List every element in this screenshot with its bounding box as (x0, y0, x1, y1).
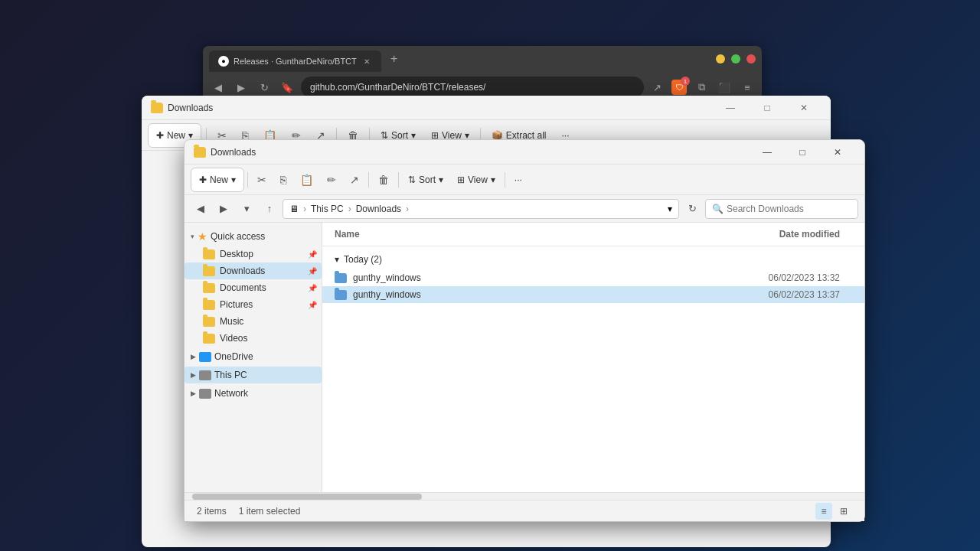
browser-extensions-icon[interactable]: ⬛ (716, 79, 733, 96)
sidebar-item-videos[interactable]: Videos (185, 330, 322, 347)
path-separator-2: › (348, 204, 351, 214)
pictures-folder-icon (203, 300, 215, 310)
scrollbar-thumb[interactable] (192, 494, 422, 500)
share-icon-front: ↗ (350, 174, 359, 186)
new-tab-button[interactable]: + (384, 49, 404, 69)
explorer-titlebar: Downloads — □ ✕ (185, 140, 864, 165)
browser-back-btn[interactable]: ◀ (209, 78, 227, 96)
explorer-minimize-btn[interactable]: — (750, 140, 785, 165)
addr-refresh-btn[interactable]: ↻ (682, 199, 702, 219)
browser-maximize-btn[interactable] (731, 54, 740, 64)
documents-folder-icon (203, 283, 215, 293)
file1-name: gunthy_windows (353, 272, 724, 283)
sidebar-item-desktop[interactable]: Desktop 📌 (185, 246, 322, 262)
addr-up-btn[interactable]: ↑ (260, 199, 279, 219)
explorer-close-btn[interactable]: ✕ (820, 140, 855, 165)
content-header: Name Date modified (322, 223, 864, 246)
onedrive-section: ▶ OneDrive (185, 348, 322, 365)
thispc-section: ▶ This PC (185, 367, 322, 383)
browser-titlebar: ● Releases · GuntharDeNiro/BTCT ✕ + (203, 46, 762, 72)
addr-history-btn[interactable]: ▾ (237, 199, 256, 219)
file-row-1[interactable]: gunthy_windows 06/02/2023 13:32 (322, 269, 864, 286)
network-header[interactable]: ▶ Network (185, 385, 322, 402)
browser-tab[interactable]: ● Releases · GuntharDeNiro/BTCT ✕ (209, 51, 381, 72)
new-label: New (210, 174, 228, 185)
view-caret-icon: ▾ (491, 174, 495, 185)
sort-caret-icon: ▾ (439, 174, 443, 185)
path-separator-3: › (406, 204, 409, 214)
explorer-front-window: Downloads — □ ✕ ✚ New ▾ ✂ ⎘ 📋 (184, 139, 865, 522)
rename-button[interactable]: ✏ (321, 168, 342, 192)
sidebar-item-music[interactable]: Music (185, 313, 322, 330)
browser-tab-label: Releases · GuntharDeNiro/BTCT (234, 57, 357, 66)
network-label: Network (214, 388, 248, 399)
grid-view-btn[interactable]: ⊞ (835, 503, 852, 520)
toolbar-sep-front-1 (247, 172, 248, 187)
browser-tabs-icon[interactable]: ⧉ (693, 79, 710, 96)
explorer-title-text: Downloads (211, 147, 256, 158)
toolbar-sep-front-2 (368, 172, 369, 187)
path-thispc[interactable]: This PC (311, 204, 344, 214)
new-button[interactable]: ✚ New ▾ (191, 168, 244, 192)
browser-minimize-btn[interactable] (716, 54, 725, 64)
pictures-label: Pictures (220, 299, 253, 310)
more-button[interactable]: ··· (508, 168, 528, 192)
sort-button[interactable]: ⇅ Sort ▾ (402, 168, 449, 192)
browser-share-icon[interactable]: ↗ (648, 79, 665, 96)
quick-access-header[interactable]: ▾ ★ Quick access (185, 227, 322, 246)
list-view-btn[interactable]: ≡ (815, 503, 832, 520)
share-button[interactable]: ↗ (344, 168, 365, 192)
sidebar: ▾ ★ Quick access Desktop 📌 Downloads 📌 (185, 223, 322, 492)
brave-shield-icon[interactable]: 🛡 1 (671, 80, 687, 95)
browser-bookmark-btn[interactable]: 🔖 (278, 78, 296, 96)
brave-shield-container: 🛡 1 (671, 80, 687, 95)
onedrive-header[interactable]: ▶ OneDrive (185, 348, 322, 365)
delete-button[interactable]: 🗑 (372, 168, 395, 192)
view-button[interactable]: ⊞ View ▾ (451, 168, 501, 192)
back-new-icon: ✚ (156, 130, 164, 141)
path-downloads[interactable]: Downloads (356, 204, 401, 214)
cut-button[interactable]: ✂ (251, 168, 273, 192)
onedrive-label: OneDrive (214, 351, 253, 362)
thispc-header[interactable]: ▶ This PC (185, 367, 322, 383)
copy-button[interactable]: ⎘ (274, 168, 292, 192)
browser-tab-close-btn[interactable]: ✕ (361, 56, 372, 67)
search-input[interactable] (727, 204, 851, 214)
browser-refresh-btn[interactable]: ↻ (255, 78, 273, 96)
path-dropdown-btn[interactable]: ▾ (668, 204, 672, 214)
documents-label: Documents (220, 282, 266, 293)
pictures-pin-icon: 📌 (308, 301, 317, 309)
explorer-back-maximize[interactable]: □ (750, 96, 785, 120)
view-label: View (468, 174, 488, 185)
explorer-back-minimize[interactable]: — (713, 96, 748, 120)
view-toggle-buttons: ≡ ⊞ (815, 503, 852, 520)
browser-close-btn[interactable] (746, 54, 756, 64)
desktop-folder-icon (203, 249, 215, 259)
explorer-window-controls: — □ ✕ (750, 140, 855, 165)
paste-button[interactable]: 📋 (294, 168, 319, 192)
quick-access-label: Quick access (211, 231, 265, 242)
sidebar-item-pictures[interactable]: Pictures 📌 (185, 296, 322, 313)
search-box[interactable]: 🔍 (705, 199, 858, 219)
explorer-back-close[interactable]: ✕ (786, 96, 822, 120)
file-row-2[interactable]: gunthy_windows 06/02/2023 13:37 (322, 286, 864, 303)
addr-back-btn[interactable]: ◀ (191, 199, 211, 219)
star-icon: ★ (198, 230, 207, 243)
addr-forward-btn[interactable]: ▶ (214, 199, 234, 219)
explorer-title-left: Downloads (194, 147, 750, 158)
address-path[interactable]: 🖥 › This PC › Downloads › ▾ (283, 199, 679, 219)
sidebar-item-documents[interactable]: Documents 📌 (185, 279, 322, 296)
onedrive-icon (199, 352, 211, 362)
file1-date: 06/02/2023 13:32 (730, 272, 852, 283)
file2-folder-icon (335, 290, 347, 300)
horizontal-scrollbar[interactable] (185, 492, 864, 500)
sidebar-item-downloads[interactable]: Downloads 📌 (185, 262, 322, 279)
browser-menu-icon[interactable]: ≡ (739, 79, 756, 96)
more-icon-front: ··· (514, 174, 522, 185)
today-group: ▾ Today (2) gunthy_windows 06/02/2023 13… (322, 246, 864, 306)
browser-address-bar[interactable]: github.com/GuntharDeNiro/BTCT/releases/ (301, 77, 644, 98)
status-bar: 2 items 1 item selected ≡ ⊞ (185, 500, 864, 521)
browser-forward-btn[interactable]: ▶ (232, 78, 250, 96)
explorer-maximize-btn[interactable]: □ (785, 140, 820, 165)
copy-icon-front: ⎘ (280, 174, 286, 186)
